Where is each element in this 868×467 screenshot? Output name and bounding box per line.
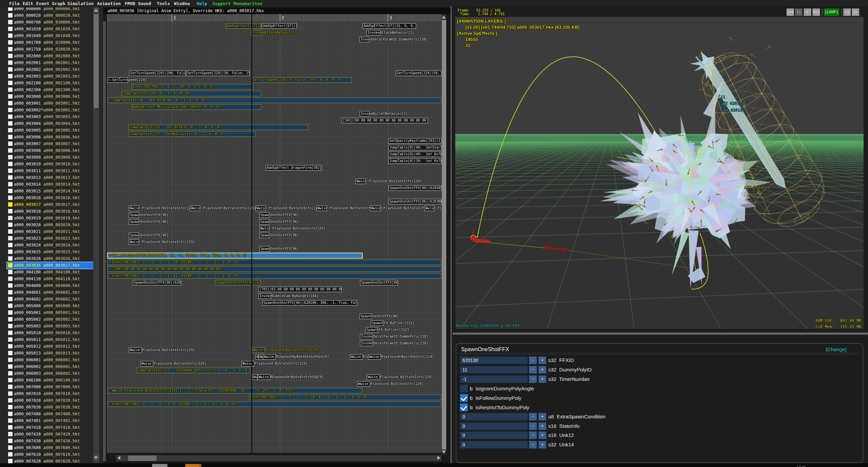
scrollbar-thumb[interactable] xyxy=(94,14,99,108)
anim-list-row-a000_000020[interactable]: a000_000020a000_000020.hkt xyxy=(7,12,94,19)
anim-list-row-a000_006001[interactable]: a000_006001a000_006001.hkt xyxy=(7,357,94,363)
anim-checkbox[interactable] xyxy=(8,13,13,18)
anim-list-row-a000_007020[interactable]: a000_007020a000_007020.hkt xyxy=(7,397,94,404)
anim-checkbox[interactable] xyxy=(8,351,13,355)
anim-list-row-a000_007400[interactable]: a000_007400a000_007400.hkt xyxy=(7,411,94,417)
timeline-event[interactable]: AddSpEffect_DragonForm[302] xyxy=(266,165,322,171)
anim-list-row-a000_007030[interactable]: a000_007030a000_007030.hkt xyxy=(7,404,94,411)
timeline-event[interactable]: Wwise_PlaySound_ByStateInfo[129] xyxy=(252,374,258,380)
anim-checkbox[interactable] xyxy=(8,277,13,281)
timeline-event[interactable]: JumpTable[0](129, 0, -1, 6, 0, 0) xyxy=(122,91,261,96)
increment-button[interactable]: + xyxy=(538,366,546,373)
anim-checkbox[interactable] xyxy=(8,337,13,342)
playback-button-[interactable]: > xyxy=(804,8,811,16)
anim-checkbox[interactable] xyxy=(8,405,13,409)
anim-list-row-a000_003016[interactable]: a000_003016a000_003016.hkt xyxy=(7,194,94,201)
anim-checkbox[interactable] xyxy=(8,297,13,301)
anim-checkbox[interactable] xyxy=(8,182,13,186)
anim-checkbox[interactable] xyxy=(8,331,13,335)
anim-checkbox[interactable] xyxy=(8,216,13,220)
timeline-event[interactable]: AddSpEffect[67](31, 0, 0, 0) xyxy=(262,23,297,29)
decrement-button[interactable]: - xyxy=(529,357,537,364)
anim-list-row-a000_001020[interactable]: a000_001020a000_001020.hkt xyxy=(7,26,94,32)
anim-checkbox[interactable] xyxy=(8,398,13,403)
anim-list-row-a000_006002[interactable]: a000_006002a000_006002.hkt xyxy=(7,363,94,370)
timeline-event[interactable]: <-Wwise_PlaySound_ByStateInfo[129](1: (c… xyxy=(107,388,362,393)
timeline-event[interactable]: Wwise_PlaySound_ByStateInfo[129] xyxy=(129,347,142,353)
anim-checkbox[interactable] xyxy=(8,378,13,382)
increment-button[interactable]: + xyxy=(538,375,546,383)
timeline-event[interactable]: SpawnOneShotFFX[96] xyxy=(259,212,269,218)
bool-checkbox[interactable] xyxy=(460,394,468,402)
menu-item-window[interactable]: Window xyxy=(174,0,190,7)
anim-checkbox[interactable] xyxy=(8,20,13,24)
increment-button[interactable]: + xyxy=(538,422,546,430)
timeline-event[interactable]: <-Event700[700](-1, -1, -1, -1, 11, 6528… xyxy=(107,273,441,279)
scroll-down-button[interactable] xyxy=(93,455,99,461)
anim-checkbox[interactable] xyxy=(8,412,13,416)
anim-checkbox[interactable] xyxy=(8,445,13,450)
timeline-event[interactable]: JumpTable[0](49: Set_0x78_16, 0, -1, 6, … xyxy=(388,152,441,157)
decrement-button[interactable]: - xyxy=(529,413,537,420)
bool-checkbox[interactable] xyxy=(460,385,468,392)
anim-checkbox[interactable] xyxy=(8,155,13,159)
anim-list-row-a000_003000[interactable]: a000_003000a000_003000.hkt xyxy=(7,93,94,100)
anim-checkbox[interactable] xyxy=(8,27,13,31)
taskbar-item[interactable] xyxy=(152,464,167,467)
timeline-event[interactable]: Wwise_PlaySound_ByStateInfo[129] xyxy=(241,361,254,366)
bool-checkbox[interactable] xyxy=(460,404,468,411)
timeline-event[interactable]: InvokeDecalParamID_DummyPoly[138] xyxy=(360,334,373,339)
anim-list-row-a000_002001[interactable]: a000_002001a000_002001.hkt xyxy=(7,59,94,66)
anim-checkbox[interactable] xyxy=(8,391,13,396)
anim-list-row-a000_000000[interactable]: a000_000000a000_000000.hkt xyxy=(7,7,94,12)
timeline-event[interactable]: <-SpawnOneShotFFX[96](620130, 11, -1, Fa… xyxy=(107,253,363,259)
anim-checkbox[interactable] xyxy=(8,344,13,348)
anim-checkbox[interactable] xyxy=(8,250,13,254)
increment-button[interactable]: + xyxy=(538,441,546,448)
timeline-event[interactable]: <-SetTurnSpeed[224] xyxy=(107,77,128,83)
field-input[interactable]: 0 xyxy=(460,432,528,439)
anim-list-row-a000_004601[interactable]: a000_004601a000_004601.hkt xyxy=(7,289,94,296)
anim-list-row-a000_003014[interactable]: a000_003014a000_003014.hkt xyxy=(7,181,94,188)
anim-checkbox[interactable] xyxy=(8,189,13,193)
anim-list-row-a000_007610[interactable]: a000_007610a000_007610.hkt xyxy=(7,451,94,458)
anim-checkbox[interactable] xyxy=(8,135,13,139)
menu-item-animation[interactable]: Animation xyxy=(97,0,121,7)
timeline-event[interactable]: InvokeAttackBehavior[1] xyxy=(366,30,380,35)
field-input[interactable]: -1 xyxy=(460,375,528,383)
change-link[interactable]: (Change) xyxy=(825,346,847,352)
anim-checkbox[interactable] xyxy=(8,310,13,315)
timeline-event[interactable]: SpawnOneShotFFX[96](620100, 300, -1) xyxy=(360,280,398,285)
timeline-event[interactable]: SpawnOneShotFFX[96] xyxy=(259,233,269,238)
viewport-canvas[interactable] xyxy=(455,17,864,329)
anim-list-row-a000_006100[interactable]: a000_006100a000_006100.hkt xyxy=(7,377,94,384)
anim-checkbox[interactable] xyxy=(8,81,13,85)
timeline-event[interactable]: InvokeDecalParamID_DummyPoly[138] xyxy=(360,341,373,346)
decrement-button[interactable]: - xyxy=(529,422,537,430)
timeline-event[interactable]: InvokeAttackBehavior[1] xyxy=(251,30,262,35)
timeline-event[interactable]: Wwise_PlaySound_ByStateInfo[129] xyxy=(350,354,363,360)
timeline-event[interactable]: Wwise_PlaySound_ByStateInfo[129] xyxy=(356,179,366,184)
timeline-event[interactable]: SpawnOneShotFFX[96] xyxy=(129,212,139,218)
anim-checkbox[interactable] xyxy=(8,324,13,328)
anim-checkbox[interactable] xyxy=(8,439,13,443)
anim-list-row-a000_003015[interactable]: a000_003015a000_003014.hkt xyxy=(7,188,94,194)
anim-list-row-a000_005001[interactable]: a000_005001a000_005001.hkt xyxy=(7,309,94,316)
anim-list-row-a000_002003[interactable]: a000_002003a000_002003.hkt xyxy=(7,73,94,80)
anim-list-row-a000_007420[interactable]: a000_007420a000_007420.hkt xyxy=(7,431,94,438)
timeline-event[interactable]: InvokeBulletBehavior[2] xyxy=(360,111,369,116)
timeline-event[interactable]: <-Event700[700](-1, -1, -1, -1, 10, 6528… xyxy=(107,260,441,265)
anim-checkbox[interactable] xyxy=(8,358,13,362)
anim-list-row-a000_002002[interactable]: a000_002002a000_002002.hkt xyxy=(7,66,94,73)
anim-checkbox[interactable] xyxy=(8,270,13,274)
timeline-event[interactable]: SpawnOneShotFFX[96](620385, 0, 0, 0) xyxy=(388,185,441,191)
field-input[interactable]: 0 xyxy=(460,422,528,430)
anim-list-row-a000_003011[interactable]: a000_003011a000_003011.hkt xyxy=(7,167,94,174)
anim-list-row-a000_003020[interactable]: a000_003020a000_003020.hkt xyxy=(7,222,94,228)
anim-checkbox[interactable] xyxy=(8,108,13,112)
anim-list-row-a000_000700[interactable]: a000_000700a000_030000.hkt xyxy=(7,19,94,26)
anim-list-row-a000_006003[interactable]: a000_006003a000_006003.hkt xyxy=(7,370,94,377)
anim-checkbox[interactable] xyxy=(8,87,13,92)
timeline-event[interactable]: JumpTable[0](39: Set_0x78_8, 0, -1, 6, 0… xyxy=(388,158,441,164)
playback-button-[interactable]: |> xyxy=(852,8,859,16)
